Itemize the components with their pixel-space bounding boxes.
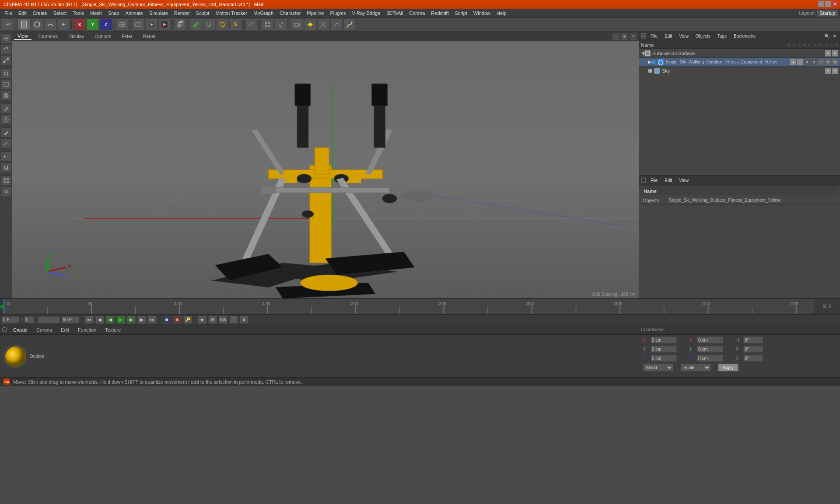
weight-tool[interactable] [1,186,11,197]
scatter-button[interactable] [275,18,287,31]
spline-tool[interactable] [1,138,11,149]
light-button[interactable] [304,18,316,31]
coord-zr-input[interactable] [697,355,723,362]
obj-menu-tags[interactable]: Tags [715,33,729,39]
coord-world-dropdown[interactable]: World Object [643,364,673,371]
object-coords-button[interactable] [116,18,128,31]
fps-input[interactable] [24,316,35,323]
obj-row-ski-model[interactable]: ▶ Single_Ski_Walking_Outdoor_Fitness_Equ… [639,58,840,66]
menu-create[interactable]: Create [30,10,50,17]
menu-script[interactable]: Script [452,10,470,17]
maximize-button[interactable]: □ [825,1,831,7]
render-region-button[interactable] [132,18,144,31]
close-button[interactable]: ✕ [832,1,838,7]
playback-range-button[interactable]: ⊞ [208,316,217,324]
subdiv-vis-btn-1[interactable]: ● [825,50,831,56]
coord-x-input[interactable] [651,336,677,343]
ski-model-vis-btn-3[interactable]: ● [804,59,810,65]
attr-menu-file[interactable]: File [648,177,660,184]
menu-animate[interactable]: Animate [123,10,146,17]
z-axis-button[interactable]: Z [100,18,112,31]
obj-menu-bookmarks[interactable]: Bookmarks [731,33,758,39]
obj-menu-objects[interactable]: Objects [693,33,713,39]
polygon-mode-tool[interactable] [1,90,11,101]
sculpt-tool[interactable] [1,114,11,125]
play-button[interactable]: ▶ [116,316,125,324]
viewport-tab-options[interactable]: Options [91,33,115,40]
menu-file[interactable]: File [2,10,15,17]
ski-model-vis-btn-1[interactable]: ● [790,59,796,65]
attr-menu-edit[interactable]: Edit [662,177,675,184]
next-frame-button[interactable]: ▶ [137,316,146,324]
menu-3dtoall[interactable]: 3DToAll [384,10,406,17]
viewport-close-button[interactable]: ✕ [630,33,637,40]
render-to-po-button[interactable] [158,18,171,31]
menu-mograph[interactable]: MoGraph [251,10,276,17]
auto-key-button[interactable]: ⏺ [173,316,182,324]
goto-end-button[interactable]: ⏭ [148,316,157,324]
undo-button[interactable]: ↩ [2,18,14,31]
menu-render[interactable]: Render [172,10,192,17]
viewport-tab-panel[interactable]: Panel [140,33,159,40]
viewport-tab-view[interactable]: View [14,32,32,40]
mat-tab-function[interactable]: Function [75,326,99,333]
mesh-mode-button[interactable] [31,18,43,31]
s-tool-button[interactable]: S [229,18,242,31]
mirror-tool[interactable] [1,151,11,162]
key-button[interactable]: 🔑 [183,316,192,324]
menu-sculpt[interactable]: Sculpt [193,10,212,17]
menu-character[interactable]: Character [277,10,303,17]
rotate-tool-button[interactable] [245,18,258,31]
coord-xr-input[interactable] [697,336,723,343]
bend-button[interactable] [330,18,343,31]
timeline-button[interactable]: ≡ [240,316,248,324]
frame-position-input[interactable] [38,316,60,323]
coord-b-input[interactable] [743,355,763,362]
menu-redshift[interactable]: Redshift [428,10,451,17]
motion-trails-button[interactable]: ★ [198,316,206,324]
menu-simulate[interactable]: Simulate [147,10,171,17]
menu-motion-tracker[interactable]: Motion Tracker [213,10,250,17]
sky-vis-btn-2[interactable]: ● [832,68,838,74]
path-button[interactable] [343,18,356,31]
mat-tab-create[interactable]: Create [10,326,30,333]
magnet-button[interactable] [203,18,215,31]
menu-corona[interactable]: Corona [406,10,427,17]
viewport-tab-display[interactable]: Display [65,33,88,40]
obj-search-icon[interactable]: 🔍 [823,33,830,40]
ski-model-vis-btn-5[interactable]: ✓ [818,59,824,65]
end-frame-input[interactable] [62,316,79,323]
obj-row-subdivision[interactable]: ▼ Subdivision Surface ● ● [639,49,840,58]
coord-yr-input[interactable] [697,346,723,353]
edge-mode-tool[interactable] [1,79,11,90]
play-forward-button[interactable]: ▶ [127,316,136,324]
grid-tool[interactable] [1,175,11,186]
material-preview[interactable] [4,345,26,368]
point-mode-tool[interactable] [1,68,11,79]
viewport-tab-cameras[interactable]: Cameras [35,33,62,40]
paint-button[interactable] [190,18,202,31]
timeline-ruler[interactable]: 0 5 10 15 20 25 30 35 40 45 [4,299,814,314]
coord-scale-dropdown[interactable]: Scale Size [680,364,711,371]
subdiv-vis-btn-2[interactable]: ● [832,50,838,56]
camera-button[interactable] [291,18,303,31]
x-axis-button[interactable]: X [74,18,86,31]
rotate-tool[interactable] [1,44,11,55]
magnet-sculpt-tool[interactable] [1,162,11,173]
spline-mode-button[interactable] [44,18,56,31]
coord-z-input[interactable] [651,355,677,362]
mat-tab-texture[interactable]: Texture [102,326,123,333]
sky-vis-btn-1[interactable]: ● [825,68,831,74]
menu-vray-bridge[interactable]: V-Ray Bridge [350,10,383,17]
obj-menu-view[interactable]: View [676,33,691,39]
fps-button[interactable]: fps [219,316,228,324]
obj-filter-icon[interactable]: ▼ [831,33,838,40]
coord-apply-button[interactable]: Apply [718,364,738,371]
add-button[interactable]: + [57,18,70,31]
null-button[interactable] [317,18,329,31]
ski-model-vis-btn-2[interactable]: ─ [797,59,803,65]
render-view-button[interactable] [145,18,158,31]
layout-value[interactable]: Startup [817,10,838,17]
viewport-tab-filter[interactable]: Filter [118,33,136,40]
record-button[interactable]: ⏺ [162,316,171,324]
